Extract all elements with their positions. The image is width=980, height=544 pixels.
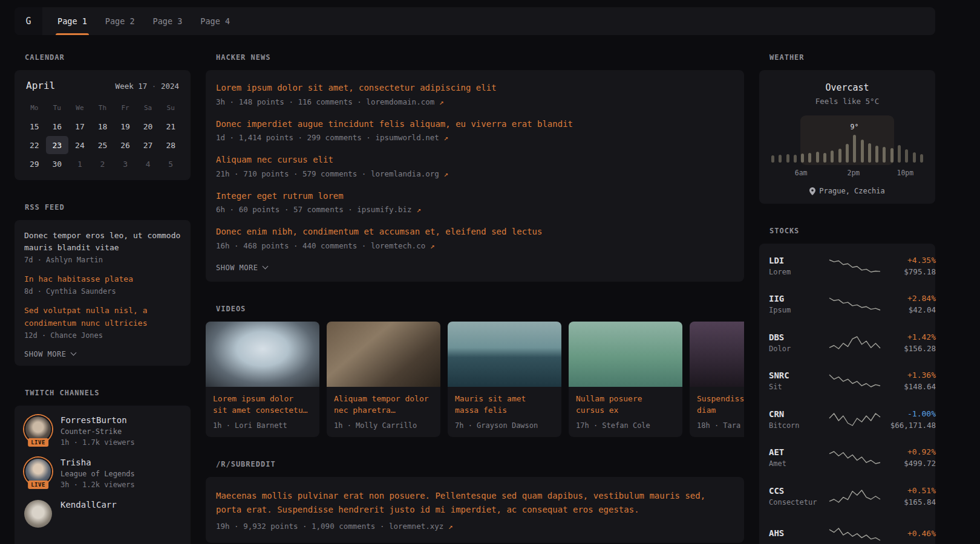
weather-hour-bar[interactable] (816, 152, 819, 163)
hn-item-meta: 21h · 710 points · 579 comments · loreml… (216, 169, 734, 178)
twitch-channel[interactable]: LIVE ForrestBurton Counter-Strike 1h · 1… (24, 415, 181, 447)
rss-widget: RSS FEED Donec tempor eros leo, ut commo… (15, 203, 191, 366)
hn-show-more-button[interactable]: SHOW MORE (216, 264, 267, 272)
hn-item-title[interactable]: Donec enim nibh, condimentum et accumsan… (216, 226, 734, 238)
hn-item-domain-link[interactable]: ipsumworld.net ↗ (375, 133, 448, 142)
hn-item-title[interactable]: Integer eget rutrum lorem (216, 190, 734, 202)
hn-item-domain-link[interactable]: ipsumify.biz ↗ (357, 205, 420, 214)
weather-hour-bar[interactable] (838, 149, 841, 163)
stock-sparkline (829, 487, 880, 505)
video-card[interactable]: Aliquam tempor dolor nec pharetra… 1h · … (327, 322, 440, 437)
weather-hour-bar[interactable] (920, 154, 923, 163)
weather-hour-bar[interactable] (771, 155, 774, 163)
tab-page-1[interactable]: Page 1 (56, 7, 89, 35)
weather-bar-chart: 9° (771, 119, 923, 163)
hn-item-domain-link[interactable]: loremtech.co ↗ (371, 241, 434, 250)
calendar-date: 24 (68, 136, 91, 154)
video-card[interactable]: Mauris sit amet massa felis 7h · Grayson… (448, 322, 561, 437)
stock-row[interactable]: AET Amet +0.92% $499.72 (769, 439, 926, 478)
stock-identity: DBS Dolor (769, 332, 829, 353)
live-badge: LIVE (28, 438, 48, 447)
weather-hour-bar[interactable] (794, 155, 797, 163)
weather-hour-bar[interactable] (853, 135, 856, 163)
video-meta: 18h · Tara (697, 421, 744, 430)
rss-item-title[interactable]: Sed volutpat nulla nisl, a condimentum n… (24, 305, 181, 329)
stock-symbol: IIG (769, 294, 829, 303)
stock-sparkline (829, 372, 880, 390)
external-link-icon: ↗ (439, 97, 444, 106)
channel-avatar (24, 500, 52, 528)
hn-item-title[interactable]: Lorem ipsum dolor sit amet, consectetur … (216, 82, 734, 94)
channel-meta: 3h · 1.2k viewers (60, 481, 135, 489)
calendar-date: 3 (114, 155, 137, 173)
stock-price: $148.64 (880, 382, 936, 391)
tab-page-4[interactable]: Page 4 (198, 7, 232, 35)
rss-show-more-button[interactable]: SHOW MORE (24, 350, 76, 358)
weather-feels-like: Feels like 5°C (769, 97, 926, 106)
tab-page-2[interactable]: Page 2 (103, 7, 137, 35)
calendar-date: 18 (91, 117, 114, 135)
hn-item-domain-link[interactable]: loremdomain.com ↗ (366, 97, 443, 106)
weather-hour-bar[interactable] (861, 140, 864, 163)
video-card[interactable]: Suspendisse volutpat diam 18h · Tara (690, 322, 744, 437)
stock-row[interactable]: AHS +0.46% (769, 516, 926, 544)
stock-row[interactable]: DBS Dolor +1.42% $156.28 (769, 323, 926, 362)
weather-hour-bar[interactable] (868, 143, 871, 163)
weather-hour-bar[interactable] (801, 154, 804, 163)
weather-hour-bar[interactable] (779, 155, 782, 163)
weather-hour-bar[interactable] (808, 153, 811, 163)
weather-hour-bar[interactable] (823, 153, 826, 163)
hn-item-domain-link[interactable]: loremlandia.org ↗ (371, 169, 448, 178)
stock-price: $165.84 (880, 497, 936, 507)
stock-row[interactable]: SNRC Sit +1.36% $148.64 (769, 362, 926, 401)
weather-hour-bar[interactable] (786, 154, 789, 163)
stock-change: +0.51% (880, 486, 936, 495)
weather-hour-bar[interactable] (890, 148, 893, 163)
page-tabs: Page 1 Page 2 Page 3 Page 4 (56, 7, 246, 35)
tab-page-3[interactable]: Page 3 (151, 7, 185, 35)
hn-item: Lorem ipsum dolor sit amet, consectetur … (216, 82, 734, 106)
weather-location-text: Prague, Czechia (819, 187, 884, 195)
weather-hour-bar[interactable] (883, 147, 886, 163)
calendar-date: 29 (23, 155, 46, 173)
external-link-icon: ↗ (448, 522, 453, 531)
sparkline-chart (829, 334, 880, 352)
weather-hour-bar[interactable] (898, 145, 901, 163)
stock-row[interactable]: CRN Bitcorn -1.00% $66,171.48 (769, 400, 926, 439)
twitch-card: LIVE ForrestBurton Counter-Strike 1h · 1… (15, 406, 191, 544)
subreddit-post-title[interactable]: Maecenas mollis pulvinar erat non posuer… (216, 489, 734, 517)
stock-numbers: +1.36% $148.64 (880, 371, 936, 391)
weather-time-axis: 6am 2pm 10pm (769, 169, 926, 178)
weather-hour-bar[interactable] (913, 152, 916, 163)
weather-hour-bar[interactable] (846, 144, 849, 163)
hn-item-title[interactable]: Aliquam nec cursus elit (216, 154, 734, 166)
weather-hour-bar[interactable] (831, 151, 834, 163)
twitch-channel[interactable]: LIVE Trisha League of Legends 3h · 1.2k … (24, 458, 181, 489)
video-card[interactable]: Lorem ipsum dolor sit amet consectetu… 1… (206, 322, 319, 437)
stock-row[interactable]: LDI Lorem +4.35% $795.18 (769, 247, 926, 285)
stock-name: Sit (769, 383, 829, 391)
weather-bars-row (771, 119, 923, 163)
rss-item-title[interactable]: In hac habitasse platea (24, 273, 181, 285)
hackernews-card: Lorem ipsum dolor sit amet, consectetur … (206, 70, 744, 282)
stock-row[interactable]: IIG Ipsum +2.84% $42.04 (769, 285, 926, 324)
stock-row[interactable]: CCS Consectetur +0.51% $165.84 (769, 477, 926, 516)
stock-numbers: +0.92% $499.72 (880, 447, 936, 468)
stock-sparkline (829, 257, 880, 275)
video-card[interactable]: Nullam posuere cursus ex 17h · Stefan Co… (569, 322, 682, 437)
channel-info: KendallCarr (60, 500, 117, 528)
weather-location[interactable]: Prague, Czechia (769, 187, 926, 195)
rss-item-meta: 8d · Cynthia Saunders (24, 287, 181, 296)
subreddit-domain-link[interactable]: loremnet.xyz ↗ (389, 522, 452, 531)
stock-identity: CCS Consectetur (769, 486, 829, 507)
weather-hour-bar[interactable] (875, 146, 878, 163)
hn-item: Aliquam nec cursus elit 21h · 710 points… (216, 154, 734, 178)
rss-item-title[interactable]: Donec tempor eros leo, ut commodo mauris… (24, 230, 181, 254)
video-thumbnail (327, 322, 440, 387)
hn-item-title[interactable]: Donec imperdiet augue tincidunt felis al… (216, 118, 734, 131)
subreddit-widget-label: /R/SUBREDDIT (216, 460, 744, 468)
calendar-month: April (26, 80, 55, 91)
weather-hour-bar[interactable] (905, 149, 908, 163)
twitch-channel[interactable]: KendallCarr (24, 500, 181, 528)
calendar-date: 28 (159, 136, 182, 154)
